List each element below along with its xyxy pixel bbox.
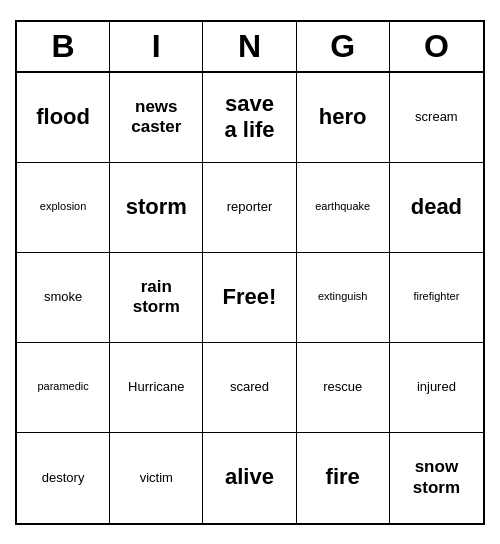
bingo-header: BINGO [17, 22, 483, 73]
bingo-cell: snowstorm [390, 433, 483, 523]
bingo-cell: rainstorm [110, 253, 203, 343]
bingo-cell: alive [203, 433, 296, 523]
bingo-cell: Free! [203, 253, 296, 343]
bingo-cell: destory [17, 433, 110, 523]
cell-text: victim [140, 470, 173, 486]
bingo-cell: earthquake [297, 163, 390, 253]
cell-text: scream [415, 109, 458, 125]
bingo-card: BINGO floodnewscastersavea lifeheroscrea… [15, 20, 485, 525]
cell-text: newscaster [131, 97, 181, 138]
cell-text: Hurricane [128, 379, 184, 395]
bingo-cell: victim [110, 433, 203, 523]
bingo-cell: flood [17, 73, 110, 163]
cell-text: extinguish [318, 290, 368, 303]
bingo-cell: explosion [17, 163, 110, 253]
bingo-grid: floodnewscastersavea lifeheroscreamexplo… [17, 73, 483, 523]
header-letter: O [390, 22, 483, 71]
bingo-cell: scream [390, 73, 483, 163]
cell-text: alive [225, 464, 274, 490]
cell-text: snowstorm [413, 457, 460, 498]
cell-text: smoke [44, 289, 82, 305]
cell-text: paramedic [37, 380, 88, 393]
cell-text: Free! [223, 284, 277, 310]
cell-text: fire [326, 464, 360, 490]
cell-text: dead [411, 194, 462, 220]
bingo-cell: paramedic [17, 343, 110, 433]
cell-text: destory [42, 470, 85, 486]
bingo-cell: newscaster [110, 73, 203, 163]
bingo-cell: savea life [203, 73, 296, 163]
cell-text: rescue [323, 379, 362, 395]
bingo-cell: dead [390, 163, 483, 253]
cell-text: reporter [227, 199, 273, 215]
bingo-cell: hero [297, 73, 390, 163]
bingo-cell: injured [390, 343, 483, 433]
bingo-cell: fire [297, 433, 390, 523]
bingo-cell: reporter [203, 163, 296, 253]
cell-text: scared [230, 379, 269, 395]
cell-text: earthquake [315, 200, 370, 213]
cell-text: explosion [40, 200, 86, 213]
header-letter: I [110, 22, 203, 71]
header-letter: N [203, 22, 296, 71]
bingo-cell: smoke [17, 253, 110, 343]
cell-text: firefighter [413, 290, 459, 303]
cell-text: storm [126, 194, 187, 220]
cell-text: savea life [224, 91, 274, 144]
bingo-cell: Hurricane [110, 343, 203, 433]
cell-text: flood [36, 104, 90, 130]
bingo-cell: extinguish [297, 253, 390, 343]
cell-text: hero [319, 104, 367, 130]
bingo-cell: rescue [297, 343, 390, 433]
bingo-cell: firefighter [390, 253, 483, 343]
header-letter: G [297, 22, 390, 71]
cell-text: rainstorm [133, 277, 180, 318]
bingo-cell: scared [203, 343, 296, 433]
cell-text: injured [417, 379, 456, 395]
bingo-cell: storm [110, 163, 203, 253]
header-letter: B [17, 22, 110, 71]
